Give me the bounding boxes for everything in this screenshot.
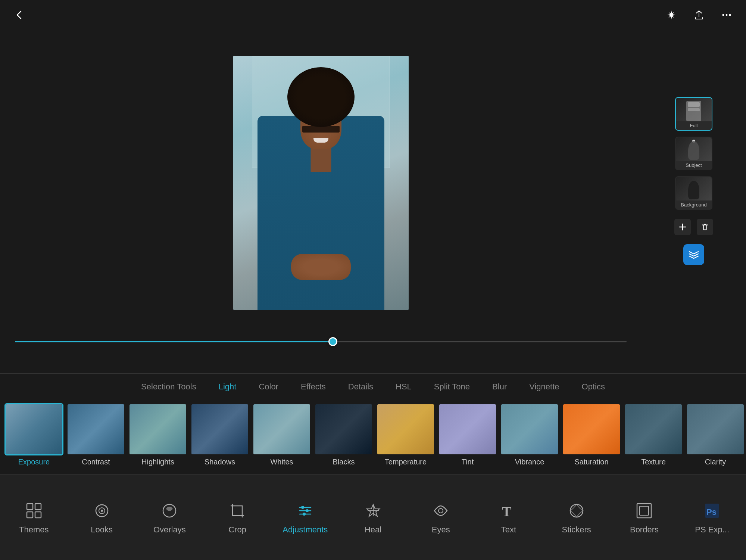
nav-item-crop[interactable]: Crop — [203, 494, 271, 541]
nav-label-stickers: Stickers — [562, 525, 591, 535]
svg-rect-5 — [27, 512, 33, 518]
adj-label-blacks: Blacks — [333, 458, 355, 466]
adj-label-highlights: Highlights — [141, 458, 174, 466]
tab-light[interactable]: Light — [215, 380, 240, 394]
mask-item-subject[interactable]: Subject — [675, 137, 712, 170]
tab-color[interactable]: Color — [255, 380, 282, 394]
delete-mask-button[interactable] — [697, 219, 713, 235]
main-photo-area — [0, 0, 642, 351]
svg-point-14 — [303, 513, 306, 516]
tab-selection-tools[interactable]: Selection Tools — [137, 380, 200, 394]
svg-point-2 — [729, 14, 731, 16]
magic-icon[interactable] — [663, 7, 680, 23]
svg-point-0 — [722, 14, 724, 16]
themes-icon — [24, 500, 44, 521]
more-options-icon[interactable] — [718, 7, 735, 23]
mask-subject-label: Subject — [676, 161, 712, 169]
adj-item-highlights[interactable]: Highlights — [128, 403, 188, 466]
tab-optics[interactable]: Optics — [578, 380, 609, 394]
nav-item-borders[interactable]: Borders — [611, 494, 678, 541]
adj-label-texture: Texture — [641, 458, 666, 466]
right-panel: Full Subject Background — [642, 0, 746, 351]
nav-label-themes: Themes — [19, 525, 49, 535]
mask-full-thumbnail — [676, 98, 712, 124]
nav-item-adjustments[interactable]: Adjustments — [271, 494, 339, 541]
mask-actions — [674, 219, 713, 235]
adj-label-clarity: Clarity — [705, 458, 726, 466]
svg-rect-4 — [35, 504, 41, 510]
nav-label-heal: Heal — [365, 525, 381, 535]
adj-shadows-preview — [191, 404, 248, 454]
svg-point-12 — [301, 506, 304, 509]
header-left — [11, 7, 28, 23]
nav-item-stickers[interactable]: Stickers — [543, 494, 611, 541]
adj-whites-preview — [253, 404, 310, 454]
tab-effects[interactable]: Effects — [297, 380, 330, 394]
photo-smile — [313, 138, 328, 143]
adj-label-shadows: Shadows — [205, 458, 235, 466]
nav-item-overlays[interactable]: Overlays — [135, 494, 203, 541]
tab-hsl[interactable]: HSL — [392, 380, 415, 394]
adjustments-strip: Exposure Contrast Highlights Shadows Whi… — [0, 399, 746, 474]
adj-clarity-preview — [687, 404, 744, 454]
nav-item-heal[interactable]: Heal — [339, 494, 407, 541]
nav-item-ps-express[interactable]: Ps PS Exp... — [678, 494, 746, 541]
nav-item-themes[interactable]: Themes — [0, 494, 68, 541]
tab-split-tone[interactable]: Split Tone — [430, 380, 474, 394]
tab-blur[interactable]: Blur — [489, 380, 511, 394]
adj-label-tint: Tint — [462, 458, 474, 466]
adj-item-blacks[interactable]: Blacks — [313, 403, 374, 466]
header-right — [663, 7, 735, 23]
adj-item-contrast[interactable]: Contrast — [66, 403, 126, 466]
adj-thumb-texture — [624, 403, 683, 455]
svg-rect-3 — [27, 504, 33, 510]
photo-hands — [291, 254, 351, 280]
tab-details[interactable]: Details — [344, 380, 377, 394]
adj-temperature-preview — [377, 404, 434, 454]
back-button[interactable] — [11, 7, 28, 23]
svg-text:Ps: Ps — [706, 507, 717, 517]
adj-item-texture[interactable]: Texture — [623, 403, 684, 466]
adj-item-whites[interactable]: Whites — [252, 403, 312, 466]
eyes-icon — [430, 500, 451, 521]
mask-background-label: Background — [676, 200, 712, 209]
slider-thumb[interactable] — [328, 337, 337, 346]
adj-item-exposure[interactable]: Exposure — [4, 403, 64, 466]
nav-item-text[interactable]: T Text — [475, 494, 543, 541]
adj-item-vibrance[interactable]: Vibrance — [499, 403, 560, 466]
adj-saturation-preview — [563, 404, 620, 454]
mask-item-background[interactable]: Background — [675, 176, 712, 210]
nav-label-looks: Looks — [91, 525, 113, 535]
stickers-icon — [566, 500, 587, 521]
adj-thumb-shadows — [190, 403, 249, 455]
share-icon[interactable] — [691, 7, 707, 23]
svg-point-9 — [101, 510, 103, 512]
nav-item-looks[interactable]: Looks — [68, 494, 136, 541]
mask-item-full[interactable]: Full — [675, 97, 712, 131]
adj-tint-preview — [439, 404, 496, 454]
adj-item-shadows[interactable]: Shadows — [190, 403, 250, 466]
nav-item-eyes[interactable]: Eyes — [407, 494, 475, 541]
adj-texture-preview — [625, 404, 682, 454]
header — [0, 0, 746, 30]
adj-label-temperature: Temperature — [385, 458, 427, 466]
slider-track[interactable] — [15, 341, 627, 342]
adj-item-clarity[interactable]: Clarity — [685, 403, 746, 466]
adj-thumb-saturation — [562, 403, 621, 455]
mask-subject-thumbnail — [676, 137, 712, 164]
bottom-nav: Themes Looks Overlays — [0, 474, 746, 560]
adj-item-temperature[interactable]: Temperature — [375, 403, 436, 466]
svg-rect-20 — [637, 504, 651, 518]
nav-label-borders: Borders — [630, 525, 659, 535]
add-mask-button[interactable] — [674, 219, 691, 235]
adj-item-tint[interactable]: Tint — [437, 403, 498, 466]
adj-item-saturation[interactable]: Saturation — [561, 403, 622, 466]
layers-button[interactable] — [683, 244, 704, 265]
adj-blacks-preview — [315, 404, 372, 454]
tab-vignette[interactable]: Vignette — [525, 380, 563, 394]
adj-thumb-temperature — [376, 403, 435, 455]
nav-label-overlays: Overlays — [153, 525, 186, 535]
adj-label-vibrance: Vibrance — [515, 458, 544, 466]
looks-icon — [91, 500, 112, 521]
slider-area — [0, 332, 642, 351]
